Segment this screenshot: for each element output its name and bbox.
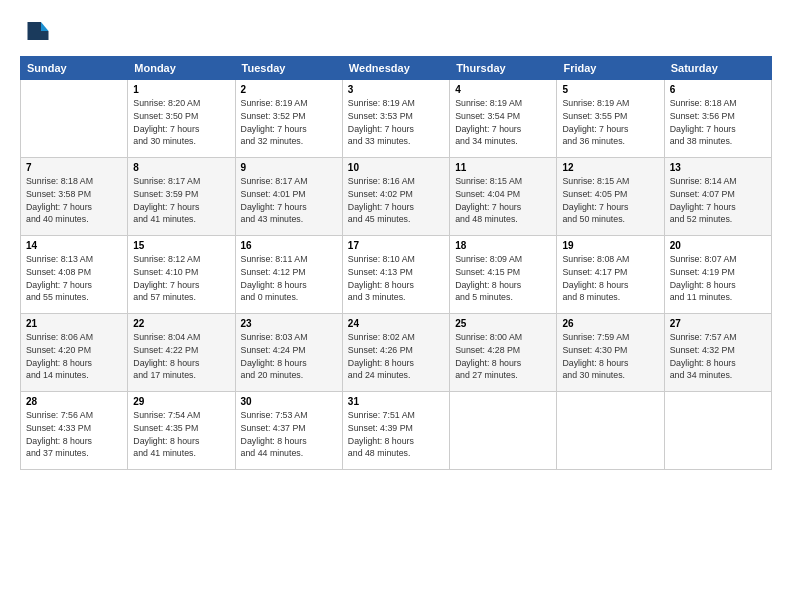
- day-number: 30: [241, 396, 337, 407]
- calendar-cell: [450, 392, 557, 470]
- day-number: 14: [26, 240, 122, 251]
- calendar-week-row: 14Sunrise: 8:13 AMSunset: 4:08 PMDayligh…: [21, 236, 772, 314]
- day-info: Sunrise: 8:15 AMSunset: 4:05 PMDaylight:…: [562, 175, 658, 226]
- day-info: Sunrise: 7:54 AMSunset: 4:35 PMDaylight:…: [133, 409, 229, 460]
- day-number: 7: [26, 162, 122, 173]
- day-number: 5: [562, 84, 658, 95]
- calendar-cell: 5Sunrise: 8:19 AMSunset: 3:55 PMDaylight…: [557, 80, 664, 158]
- day-info: Sunrise: 8:02 AMSunset: 4:26 PMDaylight:…: [348, 331, 444, 382]
- calendar-cell: 12Sunrise: 8:15 AMSunset: 4:05 PMDayligh…: [557, 158, 664, 236]
- day-number: 1: [133, 84, 229, 95]
- calendar-cell: 20Sunrise: 8:07 AMSunset: 4:19 PMDayligh…: [664, 236, 771, 314]
- calendar-cell: 19Sunrise: 8:08 AMSunset: 4:17 PMDayligh…: [557, 236, 664, 314]
- weekday-header: Wednesday: [342, 57, 449, 80]
- day-number: 2: [241, 84, 337, 95]
- day-number: 22: [133, 318, 229, 329]
- day-info: Sunrise: 8:14 AMSunset: 4:07 PMDaylight:…: [670, 175, 766, 226]
- day-info: Sunrise: 8:09 AMSunset: 4:15 PMDaylight:…: [455, 253, 551, 304]
- day-info: Sunrise: 8:17 AMSunset: 3:59 PMDaylight:…: [133, 175, 229, 226]
- day-info: Sunrise: 8:03 AMSunset: 4:24 PMDaylight:…: [241, 331, 337, 382]
- day-number: 13: [670, 162, 766, 173]
- day-number: 17: [348, 240, 444, 251]
- day-info: Sunrise: 8:13 AMSunset: 4:08 PMDaylight:…: [26, 253, 122, 304]
- day-number: 18: [455, 240, 551, 251]
- calendar-cell: 30Sunrise: 7:53 AMSunset: 4:37 PMDayligh…: [235, 392, 342, 470]
- day-info: Sunrise: 8:20 AMSunset: 3:50 PMDaylight:…: [133, 97, 229, 148]
- calendar-cell: 23Sunrise: 8:03 AMSunset: 4:24 PMDayligh…: [235, 314, 342, 392]
- svg-rect-2: [28, 31, 49, 40]
- day-info: Sunrise: 7:51 AMSunset: 4:39 PMDaylight:…: [348, 409, 444, 460]
- calendar-cell: 21Sunrise: 8:06 AMSunset: 4:20 PMDayligh…: [21, 314, 128, 392]
- calendar-cell: 18Sunrise: 8:09 AMSunset: 4:15 PMDayligh…: [450, 236, 557, 314]
- calendar-cell: 27Sunrise: 7:57 AMSunset: 4:32 PMDayligh…: [664, 314, 771, 392]
- day-info: Sunrise: 8:12 AMSunset: 4:10 PMDaylight:…: [133, 253, 229, 304]
- weekday-header: Monday: [128, 57, 235, 80]
- day-number: 28: [26, 396, 122, 407]
- weekday-header: Thursday: [450, 57, 557, 80]
- day-number: 4: [455, 84, 551, 95]
- day-number: 12: [562, 162, 658, 173]
- day-info: Sunrise: 8:18 AMSunset: 3:56 PMDaylight:…: [670, 97, 766, 148]
- calendar-cell: 1Sunrise: 8:20 AMSunset: 3:50 PMDaylight…: [128, 80, 235, 158]
- calendar-cell: [664, 392, 771, 470]
- day-number: 3: [348, 84, 444, 95]
- day-info: Sunrise: 8:11 AMSunset: 4:12 PMDaylight:…: [241, 253, 337, 304]
- day-info: Sunrise: 8:08 AMSunset: 4:17 PMDaylight:…: [562, 253, 658, 304]
- calendar-week-row: 1Sunrise: 8:20 AMSunset: 3:50 PMDaylight…: [21, 80, 772, 158]
- calendar-cell: 4Sunrise: 8:19 AMSunset: 3:54 PMDaylight…: [450, 80, 557, 158]
- calendar-cell: 3Sunrise: 8:19 AMSunset: 3:53 PMDaylight…: [342, 80, 449, 158]
- calendar-header-row: SundayMondayTuesdayWednesdayThursdayFrid…: [21, 57, 772, 80]
- day-number: 15: [133, 240, 229, 251]
- day-number: 26: [562, 318, 658, 329]
- day-info: Sunrise: 8:04 AMSunset: 4:22 PMDaylight:…: [133, 331, 229, 382]
- calendar-cell: 13Sunrise: 8:14 AMSunset: 4:07 PMDayligh…: [664, 158, 771, 236]
- day-info: Sunrise: 7:56 AMSunset: 4:33 PMDaylight:…: [26, 409, 122, 460]
- calendar-week-row: 21Sunrise: 8:06 AMSunset: 4:20 PMDayligh…: [21, 314, 772, 392]
- logo: [20, 16, 54, 46]
- header: [20, 16, 772, 46]
- day-number: 25: [455, 318, 551, 329]
- day-info: Sunrise: 8:00 AMSunset: 4:28 PMDaylight:…: [455, 331, 551, 382]
- weekday-header: Sunday: [21, 57, 128, 80]
- svg-rect-1: [28, 22, 42, 31]
- calendar-cell: 24Sunrise: 8:02 AMSunset: 4:26 PMDayligh…: [342, 314, 449, 392]
- calendar-cell: 26Sunrise: 7:59 AMSunset: 4:30 PMDayligh…: [557, 314, 664, 392]
- day-number: 10: [348, 162, 444, 173]
- day-info: Sunrise: 7:59 AMSunset: 4:30 PMDaylight:…: [562, 331, 658, 382]
- day-number: 23: [241, 318, 337, 329]
- calendar-table: SundayMondayTuesdayWednesdayThursdayFrid…: [20, 56, 772, 470]
- day-info: Sunrise: 8:19 AMSunset: 3:53 PMDaylight:…: [348, 97, 444, 148]
- calendar-cell: 17Sunrise: 8:10 AMSunset: 4:13 PMDayligh…: [342, 236, 449, 314]
- day-info: Sunrise: 7:57 AMSunset: 4:32 PMDaylight:…: [670, 331, 766, 382]
- day-number: 6: [670, 84, 766, 95]
- calendar-cell: 16Sunrise: 8:11 AMSunset: 4:12 PMDayligh…: [235, 236, 342, 314]
- day-info: Sunrise: 8:15 AMSunset: 4:04 PMDaylight:…: [455, 175, 551, 226]
- weekday-header: Tuesday: [235, 57, 342, 80]
- calendar-cell: [557, 392, 664, 470]
- calendar-cell: 25Sunrise: 8:00 AMSunset: 4:28 PMDayligh…: [450, 314, 557, 392]
- calendar-cell: 8Sunrise: 8:17 AMSunset: 3:59 PMDaylight…: [128, 158, 235, 236]
- calendar-cell: 31Sunrise: 7:51 AMSunset: 4:39 PMDayligh…: [342, 392, 449, 470]
- day-info: Sunrise: 8:07 AMSunset: 4:19 PMDaylight:…: [670, 253, 766, 304]
- calendar-cell: 9Sunrise: 8:17 AMSunset: 4:01 PMDaylight…: [235, 158, 342, 236]
- day-info: Sunrise: 7:53 AMSunset: 4:37 PMDaylight:…: [241, 409, 337, 460]
- calendar-cell: 15Sunrise: 8:12 AMSunset: 4:10 PMDayligh…: [128, 236, 235, 314]
- calendar-cell: [21, 80, 128, 158]
- day-number: 24: [348, 318, 444, 329]
- day-number: 21: [26, 318, 122, 329]
- day-info: Sunrise: 8:10 AMSunset: 4:13 PMDaylight:…: [348, 253, 444, 304]
- day-number: 11: [455, 162, 551, 173]
- calendar-cell: 10Sunrise: 8:16 AMSunset: 4:02 PMDayligh…: [342, 158, 449, 236]
- svg-marker-0: [41, 22, 49, 31]
- day-number: 31: [348, 396, 444, 407]
- day-info: Sunrise: 8:06 AMSunset: 4:20 PMDaylight:…: [26, 331, 122, 382]
- day-number: 27: [670, 318, 766, 329]
- day-info: Sunrise: 8:17 AMSunset: 4:01 PMDaylight:…: [241, 175, 337, 226]
- day-number: 20: [670, 240, 766, 251]
- calendar-week-row: 28Sunrise: 7:56 AMSunset: 4:33 PMDayligh…: [21, 392, 772, 470]
- calendar-cell: 11Sunrise: 8:15 AMSunset: 4:04 PMDayligh…: [450, 158, 557, 236]
- day-info: Sunrise: 8:19 AMSunset: 3:54 PMDaylight:…: [455, 97, 551, 148]
- page: SundayMondayTuesdayWednesdayThursdayFrid…: [0, 0, 792, 612]
- day-number: 9: [241, 162, 337, 173]
- calendar-cell: 6Sunrise: 8:18 AMSunset: 3:56 PMDaylight…: [664, 80, 771, 158]
